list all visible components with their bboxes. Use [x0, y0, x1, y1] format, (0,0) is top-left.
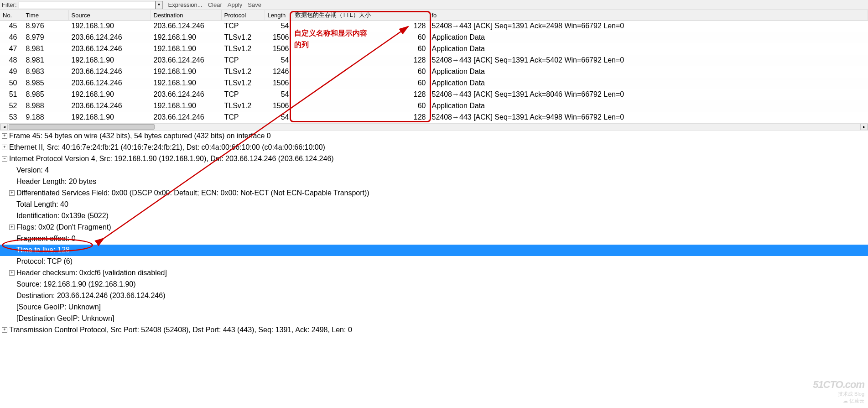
expand-icon[interactable]: + — [9, 225, 15, 230]
table-cell: 8.988 — [23, 100, 68, 112]
table-cell: 192.168.1.90 — [151, 78, 221, 89]
table-cell: 203.66.124.246 — [151, 112, 221, 123]
packet-details-pane: +Frame 45: 54 bytes on wire (432 bits), … — [0, 131, 868, 336]
detail-ip-hlen[interactable]: Header Length: 20 bytes — [0, 176, 868, 188]
table-row[interactable]: 518.985192.168.1.90203.66.124.246TCP5412… — [0, 89, 868, 100]
table-cell: 203.66.124.246 — [68, 32, 151, 43]
table-cell: 9.188 — [23, 112, 68, 123]
table-cell: TLSv1.2 — [221, 100, 265, 112]
table-cell: 1506 — [265, 78, 292, 89]
packet-list-table: No. Time Source Destination Protocol Len… — [0, 10, 868, 123]
expression-link[interactable]: Expression... — [168, 1, 203, 8]
watermark: 51CTO.com 技术成 Blog ☁ 亿速云 — [813, 379, 864, 404]
expand-icon[interactable]: + — [2, 145, 7, 150]
table-cell: 52 — [0, 100, 23, 112]
detail-ip-flags[interactable]: +Flags: 0x02 (Don't Fragment) — [0, 222, 868, 233]
detail-ip[interactable]: −Internet Protocol Version 4, Src: 192.1… — [0, 153, 868, 165]
table-cell: 52408→443 [ACK] Seq=1391 Ack=5402 Win=66… — [429, 55, 868, 66]
table-cell: 60 — [292, 78, 429, 89]
table-cell: 60 — [292, 66, 429, 78]
table-cell: TLSv1.2 — [221, 78, 265, 89]
table-row[interactable]: 528.988203.66.124.246192.168.1.90TLSv1.2… — [0, 100, 868, 112]
table-cell: TCP — [221, 89, 265, 100]
detail-ip-dst[interactable]: Destination: 203.66.124.246 (203.66.124.… — [0, 290, 868, 302]
table-row[interactable]: 468.979203.66.124.246192.168.1.90TLSv1.2… — [0, 32, 868, 43]
detail-ip-geodst[interactable]: [Destination GeoIP: Unknown] — [0, 313, 868, 324]
scroll-left-icon[interactable]: ◂ — [0, 124, 8, 130]
detail-ip-tlen[interactable]: Total Length: 40 — [0, 199, 868, 210]
table-cell: 128 — [292, 112, 429, 123]
col-header-ttl[interactable]: 数据包的生存期（TTL）大小 — [292, 10, 429, 21]
detail-ip-dsf[interactable]: +Differentiated Services Field: 0x00 (DS… — [0, 188, 868, 199]
table-cell: 192.168.1.90 — [68, 89, 151, 100]
clear-link[interactable]: Clear — [208, 1, 222, 8]
table-row[interactable]: 539.188192.168.1.90203.66.124.246TCP5412… — [0, 112, 868, 123]
table-header-row: No. Time Source Destination Protocol Len… — [0, 10, 868, 21]
scrollbar-thumb[interactable] — [9, 124, 155, 130]
col-header-source[interactable]: Source — [68, 10, 151, 21]
detail-ip-checksum[interactable]: +Header checksum: 0xdcf6 [validation dis… — [0, 267, 868, 279]
col-header-length[interactable]: Length — [265, 10, 292, 21]
col-header-no[interactable]: No. — [0, 10, 23, 21]
detail-ip-src[interactable]: Source: 192.168.1.90 (192.168.1.90) — [0, 279, 868, 290]
detail-ip-ttl[interactable]: Time to live: 128 — [0, 245, 868, 256]
table-cell: 1246 — [265, 66, 292, 78]
detail-ip-proto[interactable]: Protocol: TCP (6) — [0, 256, 868, 267]
col-header-destination[interactable]: Destination — [151, 10, 221, 21]
detail-tcp[interactable]: +Transmission Control Protocol, Src Port… — [0, 324, 868, 336]
table-cell: 51 — [0, 89, 23, 100]
detail-ip-geosrc[interactable]: [Source GeoIP: Unknown] — [0, 302, 868, 313]
detail-ethernet[interactable]: +Ethernet II, Src: 40:16:7e:24:fb:21 (40… — [0, 142, 868, 153]
table-cell: 1506 — [265, 43, 292, 55]
table-cell: 1506 — [265, 100, 292, 112]
table-cell: 45 — [0, 21, 23, 32]
table-row[interactable]: 488.981192.168.1.90203.66.124.246TCP5412… — [0, 55, 868, 66]
expand-icon[interactable]: + — [9, 190, 15, 196]
table-cell: TLSv1.2 — [221, 66, 265, 78]
table-cell: 192.168.1.90 — [151, 43, 221, 55]
table-cell: 8.985 — [23, 89, 68, 100]
horizontal-scrollbar[interactable]: ◂ ▸ — [0, 123, 868, 131]
expand-icon[interactable]: + — [9, 270, 15, 276]
table-cell: 52408→443 [ACK] Seq=1391 Ack=9498 Win=66… — [429, 112, 868, 123]
table-cell: 52408→443 [ACK] Seq=1391 Ack=2498 Win=66… — [429, 21, 868, 32]
table-cell: 203.66.124.246 — [151, 21, 221, 32]
collapse-icon[interactable]: − — [2, 156, 7, 162]
table-cell: TLSv1.2 — [221, 43, 265, 55]
table-cell: 53 — [0, 112, 23, 123]
table-cell: 128 — [292, 89, 429, 100]
watermark-line1: 51CTO.com — [813, 379, 864, 391]
table-row[interactable]: 508.985203.66.124.246192.168.1.90TLSv1.2… — [0, 78, 868, 89]
table-row[interactable]: 498.983203.66.124.246192.168.1.90TLSv1.2… — [0, 66, 868, 78]
table-cell: 203.66.124.246 — [68, 100, 151, 112]
expand-icon[interactable]: + — [2, 133, 7, 139]
apply-link[interactable]: Apply — [228, 1, 243, 8]
detail-ip-version[interactable]: Version: 4 — [0, 165, 868, 176]
save-link[interactable]: Save — [248, 1, 261, 8]
col-header-protocol[interactable]: Protocol — [221, 10, 265, 21]
table-cell: 192.168.1.90 — [68, 55, 151, 66]
table-cell: Application Data — [429, 78, 868, 89]
expand-icon[interactable]: + — [2, 327, 7, 333]
watermark-line3: ☁ 亿速云 — [813, 398, 864, 404]
table-cell: 203.66.124.246 — [151, 89, 221, 100]
col-header-time[interactable]: Time — [23, 10, 68, 21]
scroll-right-icon[interactable]: ▸ — [860, 124, 868, 130]
col-header-info[interactable]: fo — [429, 10, 868, 21]
table-cell: 54 — [265, 89, 292, 100]
table-cell: 49 — [0, 66, 23, 78]
table-row[interactable]: 478.981203.66.124.246192.168.1.90TLSv1.2… — [0, 43, 868, 55]
detail-ip-ident[interactable]: Identification: 0x139e (5022) — [0, 210, 868, 222]
table-cell: 203.66.124.246 — [151, 55, 221, 66]
watermark-line2: 技术成 Blog — [813, 391, 864, 398]
table-row[interactable]: 458.976192.168.1.90203.66.124.246TCP5412… — [0, 21, 868, 32]
table-cell: TCP — [221, 112, 265, 123]
filter-input[interactable] — [19, 1, 156, 9]
filter-dropdown-icon[interactable]: ▾ — [156, 1, 163, 9]
table-cell: 128 — [292, 21, 429, 32]
detail-ip-fragoff[interactable]: Fragment offset: 0 — [0, 233, 868, 245]
table-cell: 8.979 — [23, 32, 68, 43]
detail-frame[interactable]: +Frame 45: 54 bytes on wire (432 bits), … — [0, 131, 868, 142]
table-cell: 54 — [265, 112, 292, 123]
table-cell: Application Data — [429, 43, 868, 55]
